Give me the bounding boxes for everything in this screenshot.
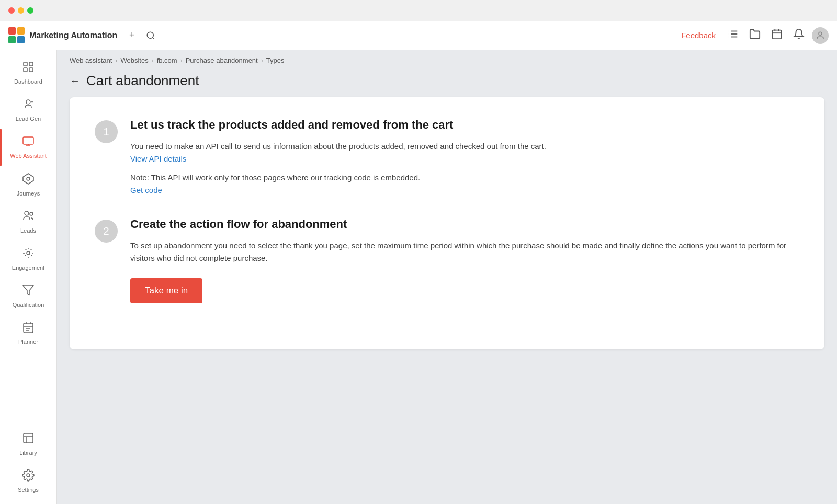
step-1-note: Note: This API will work only for those … xyxy=(130,171,799,197)
step-2-number: 2 xyxy=(95,220,118,243)
lead-gen-icon xyxy=(22,98,35,113)
sidebar-item-lead-gen[interactable]: Lead Gen xyxy=(0,91,56,129)
sidebar-item-planner[interactable]: Planner xyxy=(0,315,56,352)
svg-line-1 xyxy=(153,37,154,39)
sidebar-item-library[interactable]: Library xyxy=(0,426,56,463)
traffic-lights xyxy=(8,7,33,14)
breadcrumb-types[interactable]: Types xyxy=(266,56,285,64)
breadcrumb-purchase-abandonment[interactable]: Purchase abandonment xyxy=(186,56,258,64)
sidebar-item-dashboard[interactable]: Dashboard xyxy=(0,54,56,91)
library-icon xyxy=(22,432,35,448)
svg-marker-19 xyxy=(23,174,33,184)
journeys-icon xyxy=(22,173,35,188)
add-button[interactable]: + xyxy=(123,27,140,44)
step-2: 2 Create the action flow for abandonment… xyxy=(95,217,799,303)
sidebar-item-engagement[interactable]: Engagement xyxy=(0,240,56,278)
step-1-description: You need to make an API call to send us … xyxy=(130,142,546,151)
step-1-body: You need to make an API call to send us … xyxy=(130,140,799,165)
take-me-in-button[interactable]: Take me in xyxy=(130,278,202,303)
sidebar-item-web-assistant[interactable]: Web Assistant xyxy=(0,129,56,166)
svg-rect-18 xyxy=(23,137,33,144)
breadcrumb-sep-4: › xyxy=(261,57,263,64)
breadcrumb-fbcom[interactable]: fb.com xyxy=(157,56,177,64)
app-shell: Marketing Automation + Feedback xyxy=(0,21,837,504)
nav-icons: + xyxy=(123,27,159,44)
step-2-content: Create the action flow for abandonment T… xyxy=(130,217,799,303)
svg-rect-14 xyxy=(29,62,33,66)
breadcrumb: Web assistant › Websites › fb.com › Purc… xyxy=(57,50,837,71)
top-nav: Marketing Automation + Feedback xyxy=(0,21,837,50)
search-icon xyxy=(146,31,155,40)
logo-sq2 xyxy=(17,27,25,35)
top-nav-right: Feedback xyxy=(681,27,829,44)
maximize-button[interactable] xyxy=(27,7,33,14)
leads-icon xyxy=(22,210,35,225)
web-assistant-icon xyxy=(22,135,35,151)
brand-logo xyxy=(8,27,25,44)
svg-point-12 xyxy=(819,32,822,35)
sidebar-item-journeys[interactable]: Journeys xyxy=(0,166,56,203)
sidebar: Dashboard Lead Gen Web Assistant xyxy=(0,50,57,504)
sidebar-label-web-assistant: Web Assistant xyxy=(10,153,47,159)
calendar-icon[interactable] xyxy=(771,28,783,42)
sidebar-label-dashboard: Dashboard xyxy=(14,78,42,85)
svg-point-21 xyxy=(25,211,29,215)
close-button[interactable] xyxy=(8,7,15,14)
breadcrumb-sep-3: › xyxy=(180,57,183,64)
svg-point-0 xyxy=(148,32,154,38)
qualification-icon xyxy=(22,284,35,300)
step-2-title: Create the action flow for abandonment xyxy=(130,217,799,231)
step-1-note-text: Note: This API will work only for those … xyxy=(130,173,420,182)
sidebar-label-leads: Leads xyxy=(20,227,36,234)
brand: Marketing Automation xyxy=(8,27,117,44)
view-api-details-link[interactable]: View API details xyxy=(130,154,186,163)
svg-rect-16 xyxy=(29,68,33,72)
svg-point-20 xyxy=(27,177,30,180)
svg-point-22 xyxy=(30,212,33,215)
sidebar-item-settings[interactable]: Settings xyxy=(0,463,56,500)
svg-rect-25 xyxy=(24,323,33,333)
sidebar-bottom: Library Settings xyxy=(0,426,56,500)
back-button[interactable]: ← xyxy=(70,75,80,87)
sidebar-item-leads[interactable]: Leads xyxy=(0,203,56,240)
svg-marker-24 xyxy=(23,285,33,295)
svg-rect-15 xyxy=(24,68,27,72)
title-bar xyxy=(0,0,837,21)
step-1: 1 Let us track the products added and re… xyxy=(95,118,799,197)
sidebar-label-library: Library xyxy=(19,450,37,456)
step-1-number: 1 xyxy=(95,120,118,143)
content-area: Web assistant › Websites › fb.com › Purc… xyxy=(57,50,837,504)
sidebar-label-planner: Planner xyxy=(18,339,38,346)
feedback-button[interactable]: Feedback xyxy=(681,31,716,40)
search-button[interactable] xyxy=(142,27,159,44)
svg-rect-13 xyxy=(24,62,27,66)
minimize-button[interactable] xyxy=(18,7,24,14)
svg-rect-31 xyxy=(24,433,33,443)
avatar[interactable] xyxy=(812,27,829,44)
settings-icon xyxy=(22,469,35,485)
bell-icon[interactable] xyxy=(793,28,805,42)
planner-icon xyxy=(22,321,35,337)
dashboard-icon xyxy=(22,61,35,76)
svg-point-32 xyxy=(27,474,30,477)
sidebar-label-settings: Settings xyxy=(18,487,39,494)
svg-point-23 xyxy=(27,251,30,255)
svg-rect-8 xyxy=(773,30,782,39)
breadcrumb-websites[interactable]: Websites xyxy=(120,56,148,64)
breadcrumb-web-assistant[interactable]: Web assistant xyxy=(70,56,112,64)
list-icon[interactable] xyxy=(727,28,739,42)
breadcrumb-sep-2: › xyxy=(152,57,154,64)
main-card: 1 Let us track the products added and re… xyxy=(70,97,824,349)
sidebar-item-qualification[interactable]: Qualification xyxy=(0,278,56,315)
main-layout: Dashboard Lead Gen Web Assistant xyxy=(0,50,837,504)
engagement-icon xyxy=(22,247,35,262)
logo-sq4 xyxy=(17,36,25,43)
sidebar-label-journeys: Journeys xyxy=(17,190,40,197)
get-code-link[interactable]: Get code xyxy=(130,186,162,194)
step-2-body: To set up abandonment you need to select… xyxy=(130,239,799,265)
svg-point-17 xyxy=(26,100,30,104)
logo-sq3 xyxy=(8,36,16,43)
step-1-content: Let us track the products added and remo… xyxy=(130,118,799,197)
folder-icon[interactable] xyxy=(749,28,761,42)
sidebar-label-engagement: Engagement xyxy=(12,265,44,271)
